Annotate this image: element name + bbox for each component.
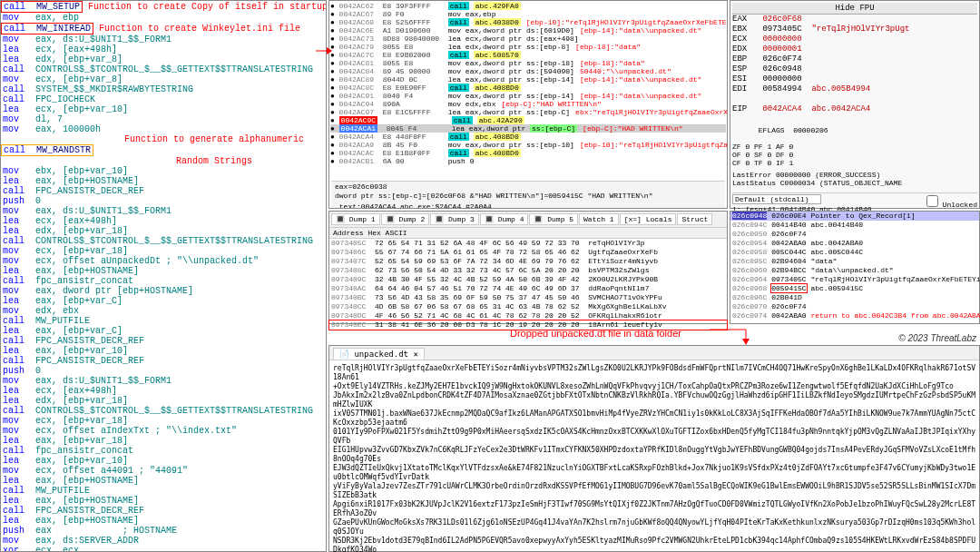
- disasm-line[interactable]: callFPC_ANSISTR_DECR_REF: [1, 506, 326, 516]
- disasm-line[interactable]: moveax, ebp: [1, 13, 326, 23]
- dbg-line[interactable]: ● 0042AC8C E8 E0E90FF call abc.408BD0: [330, 84, 726, 92]
- dbg-line[interactable]: ● 0042AC9C call abc.42A290: [330, 116, 726, 124]
- disasm-line[interactable]: callMW_INIREAD Function to create Winkey…: [1, 23, 326, 34]
- disasm-line[interactable]: movebx, [ebp+var_10]: [1, 166, 326, 176]
- stack-row[interactable]: 026c0970 026c0F74: [730, 302, 979, 311]
- dbg-line[interactable]: ● 0042ACB1 6A 00 push 0: [330, 157, 726, 165]
- register-row[interactable]: EAX 026c0F68: [732, 15, 977, 25]
- dump-tab[interactable]: 🔳 Dump 3: [430, 213, 479, 225]
- disasm-line[interactable]: callCONTROLS$_$TCONTROL_$__$$_GETTEXT$$T…: [1, 406, 326, 416]
- disasm-line[interactable]: callfpc_ansistr_concat: [1, 276, 326, 286]
- disasm-line[interactable]: xorecx, ecx: [1, 546, 326, 552]
- disasm-line[interactable]: leaedx, [ebp+var_8]: [1, 54, 326, 64]
- register-row[interactable]: EBP 026c0F74: [732, 54, 977, 64]
- dbg-line[interactable]: ● 0042ACAC E8 E1B8F0FF call abc.408BD0: [330, 149, 726, 157]
- dump-tab[interactable]: 🔳 Dump 2: [381, 213, 430, 225]
- stack-row[interactable]: 026c0950 026c0F74: [730, 230, 979, 239]
- calling-convention-select[interactable]: Default (stdcall): [732, 194, 821, 204]
- disasm-line[interactable]: moveax, ds:U_$UNIT1_$$_FORM1: [1, 206, 326, 216]
- disasm-line[interactable]: leaeax, [ebp+var_C]: [1, 326, 326, 336]
- unlocked-checkbox[interactable]: [926, 195, 938, 207]
- disasm-line[interactable]: leaedx, [ebp+var_18]: [1, 226, 326, 236]
- dbg-line[interactable]: ● 0042AC79 8055 E8 lea edx,dword ptr ss:…: [330, 43, 726, 51]
- dbg-line[interactable]: ● 0042AC94 890A mov edx,ebx[ebp-C]:"HAD …: [330, 100, 726, 108]
- register-row[interactable]: EIP 0042ACA4 abc.0042ACA4: [732, 104, 977, 114]
- disasm-line[interactable]: callFPC_IOCHECK: [1, 94, 326, 104]
- dbg-line[interactable]: ● 0042ACA9 8B 45 F0 mov eax,dword ptr ss…: [330, 141, 726, 149]
- disasm-line[interactable]: callMW_PUTFILE: [1, 486, 326, 496]
- disasm-line[interactable]: movecx, offset a44091 ; "44091": [1, 466, 326, 476]
- disasm-line[interactable]: pusheax ; HOSTNAME: [1, 526, 326, 536]
- disasm-line[interactable]: movecx, [ebp+var_18]: [1, 246, 326, 256]
- hex-row[interactable]: 097340BC 73 56 4D 43 58 35 69 6F 59 50 7…: [329, 293, 727, 302]
- hex-row[interactable]: 0973407C 52 65 54 59 69 53 6F 7A 72 34 6…: [329, 257, 727, 266]
- dbg-line[interactable]: ● 0042AC67 89 F0 mov eax,ebp: [330, 10, 726, 18]
- dump-tab[interactable]: [x=] Locals: [620, 213, 677, 225]
- register-row[interactable]: ESI 00000000: [732, 74, 977, 84]
- dump-tab[interactable]: 🔳 Dump 5: [529, 213, 578, 225]
- dump-tab[interactable]: 🔳 Dump 1: [331, 213, 380, 225]
- disasm-line[interactable]: moveax, ds:U_$UNIT1_$$_FORM1: [1, 34, 326, 44]
- dbg-line[interactable]: ● 0042AC89 8044D 0C lea eax,dword ptr ss…: [330, 75, 726, 84]
- disasm-line[interactable]: callCONTROLS$_$TCONTROL_$__$$_GETTEXT$$T…: [1, 236, 326, 246]
- hex-row[interactable]: 097340DC 4F 46 56 52 71 4C 68 4C 61 4C 7…: [329, 311, 727, 320]
- dbg-line[interactable]: ● 0042ACA4 E8 448F0FF call abc.408BD0: [330, 133, 726, 141]
- disasm-line[interactable]: callSYSTEM_$$_MKDIR$RAWBYTESTRING: [1, 84, 326, 94]
- disasm-line[interactable]: leaeax, [ebp+var_10]: [1, 456, 326, 466]
- hex-row[interactable]: 0973405C 72 65 54 71 31 52 6A 48 4F 6C 5…: [329, 239, 727, 248]
- stack-row[interactable]: 026c0948 026c09E4 Pointer to Qex_Record[…: [730, 212, 979, 221]
- register-row[interactable]: EDI 00584994 abc.005B4994: [732, 84, 977, 94]
- register-row[interactable]: [732, 94, 977, 104]
- disasm-line[interactable]: callFPC_ANSISTR_DECR_REF: [1, 186, 326, 196]
- disasm-line[interactable]: leaeax, [ebp+HOSTNAME]: [1, 176, 326, 186]
- disasm-line[interactable]: push0: [1, 196, 326, 206]
- disasm-line[interactable]: callMW_PUTFILE: [1, 316, 326, 326]
- dbg-line[interactable]: ● 0042AC6E A1 D0190600 mov eax,dword ptr…: [330, 26, 726, 34]
- disasm-line[interactable]: moveax, ds:SERVER_ADDR: [1, 536, 326, 546]
- disasm-line[interactable]: leaecx, [eax+498h]: [1, 216, 326, 226]
- disasm-line[interactable]: push0: [1, 366, 326, 376]
- disasm-line[interactable]: movecx, [ebp+var_18]: [1, 416, 326, 426]
- disasm-line[interactable]: callMW_RANDSTR: [1, 144, 326, 156]
- register-row[interactable]: ESP 026c0948: [732, 64, 977, 74]
- disasm-line[interactable]: leaeax, [ebp+HOSTNAME]: [1, 476, 326, 486]
- disasm-line[interactable]: callFPC_ANSISTR_DECR_REF: [1, 336, 326, 346]
- hex-row[interactable]: 097340CC 4D 6B 58 67 06 58 67 68 65 31 4…: [329, 302, 727, 311]
- disasm-line[interactable]: callFPC_ANSISTR_DECR_REF: [1, 356, 326, 366]
- dbg-line[interactable]: ● 0042AC97 E8 E1C5FFFF lea eax,dword ptr…: [330, 108, 726, 116]
- disasm-line[interactable]: leaedx, [ebp+var_18]: [1, 396, 326, 406]
- stack-panel[interactable]: 026c0948 026c09E4 Pointer to Qex_Record[…: [730, 211, 980, 324]
- disasm-line[interactable]: callfpc_ansistr_concat: [1, 446, 326, 456]
- dbg-line[interactable]: ● 0042AC62 E8 39F3FFFF call abc.429FA0: [330, 2, 726, 10]
- dbg-line[interactable]: ● 0042AC84 89 45 90000 mov eax,dword ptr…: [330, 67, 726, 75]
- dump-tab[interactable]: Watch 1: [579, 213, 619, 225]
- disasm-line[interactable]: movecx, offset aUnpackedDt ; "\\unpacked…: [1, 256, 326, 266]
- x64dbg-cpu-panel[interactable]: ● 0042AC62 E8 39F3FFFF call abc.429FA0● …: [328, 0, 728, 209]
- dbg-line[interactable]: ● 0042AC81 8055 E8 mov eax,dword ptr ss:…: [330, 59, 726, 67]
- disasm-line[interactable]: leaeax, [ebp+var_10]: [1, 346, 326, 356]
- notepad-window[interactable]: 📄 unpacked.dt ✕ reTqlRjHOlVIYr3pUgtfqZaa…: [328, 345, 980, 552]
- disasm-line[interactable]: leaeax, [ebp+var_18]: [1, 436, 326, 446]
- disasm-line[interactable]: callCONTROLS$_$TCONTROL_$__$$_GETTEXT$$T…: [1, 64, 326, 74]
- stack-row[interactable]: 026c094C 00414B40 abc.00414B40: [730, 221, 979, 230]
- dump-tab[interactable]: Struct: [677, 213, 712, 225]
- disasm-line[interactable]: leaecx, [ebp+var_10]: [1, 104, 326, 114]
- stack-row[interactable]: 026c0964 0973405C "reTqlRjHOlVIYr3pUigtf…: [730, 275, 979, 284]
- disasm-line[interactable]: leaeax, [ebp+var_C]: [1, 296, 326, 306]
- stack-row[interactable]: 026c0954 0042ABA0 abc.0042ABA0: [730, 239, 979, 248]
- registers-panel[interactable]: Hide FPU EAX 026c0F68 EBX 0973405C "reTq…: [730, 0, 980, 209]
- dbg-line[interactable]: ● 0042AC73 8D88 98040000 lea ecx,dword p…: [330, 34, 726, 43]
- hex-row[interactable]: 0973406C 55 67 74 66 71 5A 61 61 65 4F 7…: [329, 248, 727, 257]
- disasm-line[interactable]: movecx, offset aIndexTxt ; "\\index.txt": [1, 426, 326, 436]
- ida-disassembly-panel[interactable]: callMW_SETUP Function to create Copy of …: [0, 0, 327, 552]
- stack-row[interactable]: 026c095C 02B94604 "data": [730, 257, 979, 266]
- disasm-line[interactable]: leaeax, [ebp+HOSTNAME]: [1, 496, 326, 506]
- stack-row[interactable]: 026c0958 005C044C abc.005C044C: [730, 248, 979, 257]
- disasm-line[interactable]: moveax, dword ptr [ebp+HOSTNAME]: [1, 286, 326, 296]
- fpu-toggle[interactable]: Hide FPU: [732, 3, 977, 15]
- disasm-line[interactable]: leaeax, [ebp+HOSTNAME]: [1, 266, 326, 276]
- dbg-line[interactable]: ● 0042AC7C E8 E9B02000 call abc.508570: [330, 51, 726, 59]
- disasm-line[interactable]: movedx, ebx: [1, 306, 326, 316]
- hex-row[interactable]: 0973408C 62 73 56 50 54 4D 33 32 73 4C 5…: [329, 266, 727, 275]
- dbg-line[interactable]: ● 0042AC91 8040 F4 mov eax,dword ptr ss:…: [330, 92, 726, 100]
